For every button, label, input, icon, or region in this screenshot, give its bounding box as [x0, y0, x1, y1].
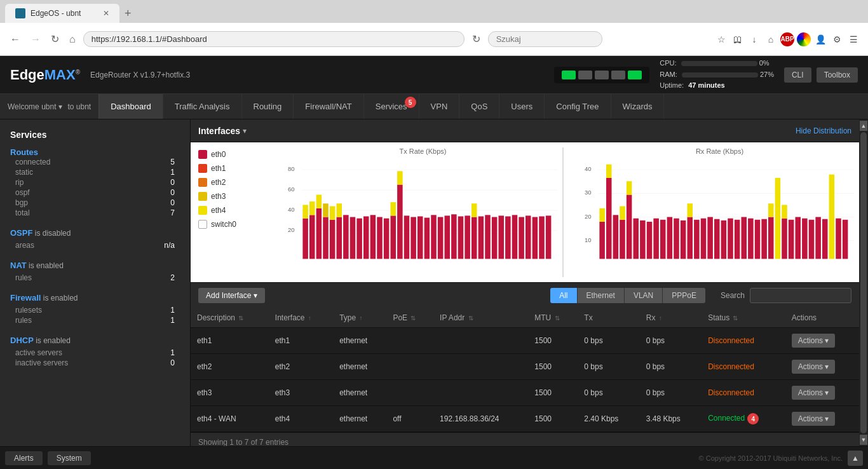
hide-distribution-button[interactable]: Hide Distribution — [796, 126, 851, 135]
chevron-down-icon[interactable]: ▾ — [58, 102, 62, 111]
col-ipaddr[interactable]: IP Addr ⇅ — [433, 308, 528, 328]
col-mtu[interactable]: MTU ⇅ — [528, 308, 578, 328]
filter-pppoe-button[interactable]: PPPoE — [663, 288, 705, 303]
svg-rect-63 — [599, 208, 605, 222]
scroll-to-top-button[interactable]: ▲ — [848, 451, 863, 466]
tab-dashboard[interactable]: Dashboard — [99, 94, 163, 119]
svg-rect-81 — [694, 220, 700, 259]
filter-all-button[interactable]: All — [550, 288, 577, 303]
sort-type-icon: ↑ — [360, 315, 363, 322]
toolbox-button[interactable]: Toolbox — [817, 67, 858, 83]
reload-button[interactable]: ↻ — [470, 31, 483, 48]
status-badge: Disconnected — [708, 388, 754, 397]
cell-interface-1: eth2 — [269, 354, 333, 380]
ext2-icon[interactable] — [797, 32, 811, 46]
firewall-link[interactable]: Firewall — [10, 293, 41, 302]
bookmark-icon[interactable]: ☆ — [714, 32, 728, 46]
filter-vlan-button[interactable]: VLAN — [625, 288, 663, 303]
content-panel: Interfaces ▾ Hide Distribution eth0 eth1 — [191, 119, 859, 446]
svg-rect-104 — [836, 219, 841, 259]
menu-icon[interactable]: ☰ — [846, 32, 860, 46]
cell-mtu-3: 1500 — [528, 406, 578, 432]
browser-tab[interactable]: EdgeOS - ubnt ✕ — [5, 4, 119, 23]
svg-rect-12 — [316, 208, 322, 259]
add-interface-button[interactable]: Add Interface ▾ — [198, 288, 265, 303]
tab-qos[interactable]: QoS — [459, 94, 499, 119]
routes-connected-row: connected5 — [10, 157, 180, 167]
scroll-up-button[interactable]: ▲ — [860, 121, 867, 131]
tab-routing[interactable]: Routing — [242, 94, 294, 119]
col-description[interactable]: Description ⇅ — [191, 308, 269, 328]
ext3-icon[interactable]: 👤 — [813, 32, 827, 46]
system-button[interactable]: System — [48, 451, 91, 465]
tab-firewall[interactable]: Firewall/NAT — [294, 94, 363, 119]
content-header: Interfaces ▾ Hide Distribution — [191, 119, 859, 142]
address-bar[interactable] — [83, 31, 465, 47]
table-search-input[interactable] — [750, 288, 851, 303]
actions-button-1[interactable]: Actions ▾ — [792, 360, 835, 374]
col-interface[interactable]: Interface ↑ — [269, 308, 333, 328]
scroll-thumb[interactable] — [860, 132, 867, 433]
nav-tabs: Dashboard Traffic Analysis Routing Firew… — [99, 94, 868, 119]
reading-icon[interactable]: 🕮 — [731, 32, 745, 46]
interfaces-dropdown-icon[interactable]: ▾ — [243, 126, 247, 135]
tab-config[interactable]: Config Tree — [545, 94, 611, 119]
sidebar: Services Routes connected5 static1 rip0 … — [0, 119, 191, 446]
col-status[interactable]: Status ⇅ — [702, 308, 785, 328]
port-4 — [628, 71, 642, 79]
dhcp-link[interactable]: DHCP — [10, 336, 34, 345]
topbar: EdgeMAX® EdgeRouter X v1.9.7+hotfix.3 CP… — [0, 56, 868, 94]
tab-wizards[interactable]: Wizards — [611, 94, 665, 119]
sidebar-nat: NAT is enabled rules2 — [10, 261, 180, 283]
refresh-button[interactable]: ↻ — [48, 31, 62, 48]
back-button[interactable]: ← — [8, 31, 23, 48]
cell-tx-3: 2.40 Kbps — [578, 406, 639, 432]
routes-link[interactable]: Routes — [10, 147, 38, 157]
svg-rect-93 — [768, 203, 774, 217]
svg-text:20: 20 — [288, 226, 295, 233]
routes-bgp-row: bgp0 — [10, 198, 180, 208]
browser-search[interactable] — [488, 31, 602, 47]
col-tx[interactable]: Tx — [578, 308, 639, 328]
tab-users[interactable]: Users — [499, 94, 545, 119]
actions-button-0[interactable]: Actions ▾ — [792, 334, 835, 348]
cell-poe-0 — [386, 328, 433, 354]
system-info: CPU: 0% RAM: 27% Uptime: 47 minutes — [660, 58, 774, 92]
router-name: EdgeRouter X v1.9.7+hotfix.3 — [90, 71, 190, 79]
legend-color-eth0 — [198, 150, 207, 159]
download-icon[interactable]: ↓ — [747, 32, 761, 46]
ext1-icon[interactable]: ABP — [780, 32, 794, 46]
cli-button[interactable]: CLI — [784, 67, 811, 83]
forward-button[interactable]: → — [28, 31, 43, 48]
cell-interface-0: eth1 — [269, 328, 333, 354]
nat-link[interactable]: NAT — [10, 261, 27, 270]
legend-color-eth2 — [198, 178, 207, 187]
home-icon[interactable]: ⌂ — [764, 32, 778, 46]
tab-services[interactable]: Services 5 — [364, 94, 419, 119]
tab-vpn[interactable]: VPN — [419, 94, 460, 119]
filter-ethernet-button[interactable]: Ethernet — [578, 288, 625, 303]
ospf-link[interactable]: OSPF — [10, 228, 32, 238]
new-tab-button[interactable]: + — [119, 7, 137, 20]
col-rx[interactable]: Rx ↑ — [640, 308, 702, 328]
actions-label-0: Actions — [798, 336, 823, 345]
legend-eth0: eth0 — [198, 150, 259, 159]
alerts-button[interactable]: Alerts — [5, 451, 43, 465]
actions-button-3[interactable]: Actions ▾ — [792, 412, 835, 426]
sidebar-routes: Routes connected5 static1 rip0 ospf0 bgp… — [10, 147, 180, 218]
tab-traffic[interactable]: Traffic Analysis — [163, 94, 242, 119]
col-poe[interactable]: PoE ⇅ — [386, 308, 433, 328]
svg-rect-44 — [485, 215, 491, 259]
tab-close-icon[interactable]: ✕ — [103, 9, 109, 18]
svg-rect-25 — [377, 217, 383, 259]
svg-rect-23 — [363, 216, 369, 259]
home-button[interactable]: ⌂ — [67, 31, 78, 48]
scroll-down-button[interactable]: ▼ — [860, 435, 867, 445]
svg-rect-102 — [822, 219, 828, 259]
sort-mtu-icon: ⇅ — [555, 315, 560, 322]
tab-vpn-label: VPN — [431, 102, 448, 111]
actions-button-2[interactable]: Actions ▾ — [792, 386, 835, 400]
ext4-icon[interactable]: ⚙ — [830, 32, 844, 46]
table-toolbar: Add Interface ▾ All Ethernet VLAN PPPoE … — [191, 282, 859, 308]
col-type[interactable]: Type ↑ — [333, 308, 386, 328]
